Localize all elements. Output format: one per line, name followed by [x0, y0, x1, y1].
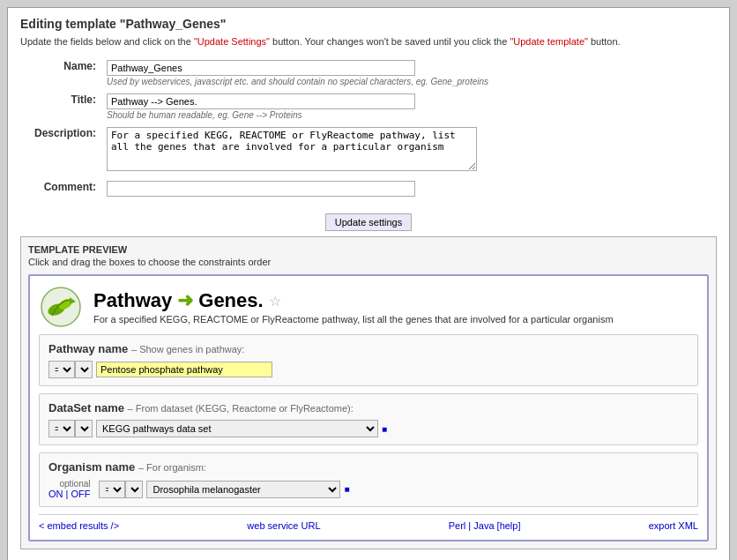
template-footer: < embed results /> web service URL Perl … [39, 514, 698, 531]
title-label: Title: [22, 91, 101, 123]
on-off-toggle[interactable]: ON | OFF [48, 489, 90, 499]
description-input[interactable]: For a specified KEGG, REACTOME or FlyRea… [107, 127, 477, 171]
pathway-name-input[interactable] [96, 362, 272, 377]
template-preview-label: TEMPLATE PREVIEW [28, 244, 709, 255]
export-xml-link[interactable]: export XML [649, 520, 698, 531]
perl-java-link[interactable]: Perl | Java [help] [449, 520, 521, 531]
comment-label: Comment: [22, 178, 101, 199]
constraint-pathway-name: Pathway name – Show genes in pathway: = … [39, 334, 698, 386]
name-helper: Used by webservices, javascript etc. and… [107, 77, 711, 86]
update-settings-button[interactable]: Update settings [325, 213, 412, 231]
dataset-operator-select[interactable]: = != [48, 420, 75, 437]
embed-results-link[interactable]: < embed results /> [39, 520, 119, 531]
name-label: Name: [22, 57, 101, 89]
page-title: Editing template "Pathway_Genes" [20, 17, 717, 31]
template-icon [39, 285, 83, 329]
organism-operator-select[interactable]: = != [99, 481, 125, 498]
intro-text: Update the fields below and click on the… [20, 36, 717, 47]
name-input[interactable] [107, 60, 415, 76]
template-title-text2: Genes. [198, 289, 263, 312]
dataset-arrow-select[interactable]: ▲ ▼ [75, 420, 93, 437]
star-icon[interactable]: ☆ [269, 293, 281, 310]
constraint-organism-name: Organism name – For organism: optional O… [39, 452, 698, 507]
organism-value-select[interactable]: Drosophila melanogaster Homo sapiens Mus… [146, 481, 340, 498]
arrow-icon: ➜ [177, 289, 193, 312]
constraint-pathway-title: Pathway name – Show genes in pathway: [48, 342, 689, 355]
off-link[interactable]: OFF [71, 489, 90, 499]
template-preview-sub: Click and drag the boxes to choose the c… [28, 257, 709, 267]
pathway-operator-select[interactable]: = != [48, 361, 75, 378]
template-title-text1: Pathway [93, 289, 172, 312]
title-helper: Should be human readable, eg. Gene --> P… [107, 110, 711, 120]
organism-edit-link[interactable]: ■ [344, 484, 349, 494]
constraint-dataset-title: DataSet name – From dataset (KEGG, React… [48, 401, 689, 414]
optional-label: optional [59, 479, 90, 489]
constraint-dataset-name: DataSet name – From dataset (KEGG, React… [39, 393, 698, 445]
description-label: Description: [22, 124, 101, 176]
organism-arrow-select[interactable]: ▲ ▼ [125, 481, 143, 498]
dataset-edit-link[interactable]: ■ [382, 424, 387, 434]
template-card: Pathway ➜ Genes. ☆ For a specified KEGG,… [28, 274, 709, 541]
pathway-arrow-select[interactable]: ▲ ▼ [75, 361, 93, 378]
dataset-value-select[interactable]: KEGG pathways data set Reactome data set… [96, 420, 378, 437]
web-service-url-link[interactable]: web service URL [247, 520, 320, 531]
on-link[interactable]: ON [48, 489, 63, 499]
comment-input[interactable] [107, 181, 415, 197]
template-description: For a specified KEGG, REACTOME or FlyRea… [93, 314, 614, 325]
title-input[interactable] [107, 93, 415, 109]
settings-form: Name: Used by webservices, javascript et… [20, 56, 717, 201]
constraint-organism-title: Organism name – For organism: [48, 460, 689, 474]
